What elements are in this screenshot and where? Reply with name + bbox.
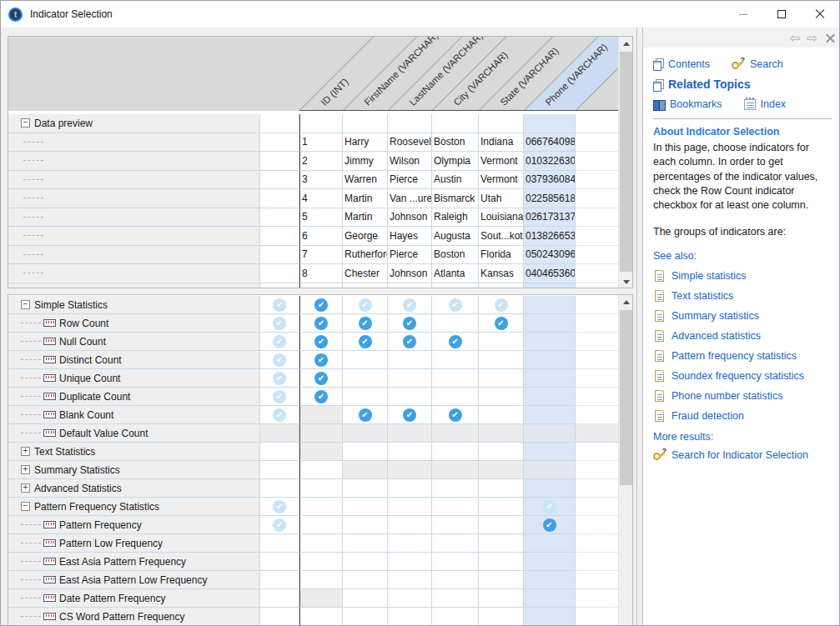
indicator-checkbox-cell[interactable]	[479, 608, 524, 626]
indicator-checkbox-cell[interactable]	[479, 406, 524, 424]
see-also-link[interactable]: See also:	[653, 250, 697, 262]
indicator-checkbox-cell[interactable]	[479, 369, 524, 388]
indicator-checkbox-cell[interactable]	[343, 443, 388, 461]
indicator-row-label[interactable]: Row Count	[8, 314, 260, 333]
indicator-checkbox-cell[interactable]	[260, 424, 299, 443]
indicator-checkbox-cell[interactable]	[524, 351, 576, 369]
restore-view-icon[interactable]	[826, 33, 835, 43]
see-also-item[interactable]: Fraud detection	[653, 409, 832, 423]
index-link[interactable]: Index	[761, 98, 787, 110]
more-results-link[interactable]: More results:	[653, 431, 713, 443]
indicator-checkbox-cell[interactable]	[388, 443, 432, 461]
indicator-checkbox-cell[interactable]	[299, 553, 343, 571]
indicator-checkbox-cell[interactable]	[260, 608, 299, 626]
indicator-checkbox-cell[interactable]	[343, 314, 388, 333]
indicator-scrollbar[interactable]	[618, 295, 632, 626]
column-header-id[interactable]: ID (INT)	[319, 77, 350, 108]
indicator-checkbox-cell[interactable]	[432, 553, 479, 571]
indicator-checkbox-cell[interactable]	[432, 516, 479, 534]
indicator-checkbox-cell[interactable]	[299, 406, 343, 424]
indicator-checkbox-cell[interactable]	[343, 516, 388, 534]
indicator-checkbox-cell[interactable]	[479, 333, 524, 351]
indicator-checkbox-cell[interactable]	[479, 461, 524, 479]
indicator-checkbox-cell[interactable]	[479, 498, 524, 516]
indicator-checkbox-cell[interactable]	[524, 461, 576, 479]
indicator-checkbox-cell[interactable]	[432, 571, 479, 589]
see-also-topic-link[interactable]: Advanced statistics	[671, 330, 761, 342]
indicator-checkbox-cell[interactable]	[388, 461, 432, 479]
indicator-checkbox-cell[interactable]	[343, 406, 388, 424]
indicator-checkbox-cell[interactable]	[479, 388, 524, 406]
indicator-checkbox-cell[interactable]	[343, 388, 388, 406]
search-indicator-selection-link[interactable]: Search for Indicator Selection	[671, 449, 808, 461]
indicator-checkbox-cell[interactable]	[388, 516, 432, 534]
indicator-checkbox-cell[interactable]	[479, 534, 524, 553]
collapse-expander-icon[interactable]: −	[21, 300, 30, 309]
indicator-checkbox-cell[interactable]	[524, 369, 576, 388]
indicator-checkbox-cell[interactable]	[260, 369, 299, 388]
indicator-checkbox-cell[interactable]	[432, 333, 479, 351]
indicator-checkbox-cell[interactable]	[343, 333, 388, 351]
indicator-checkbox-cell[interactable]	[343, 479, 388, 498]
bookmarks-link[interactable]: Bookmarks	[670, 98, 722, 110]
indicator-checkbox-cell[interactable]	[299, 369, 343, 388]
indicator-checkbox-cell[interactable]	[343, 553, 388, 571]
indicator-checkbox-cell[interactable]	[260, 553, 299, 571]
related-topics-link[interactable]: Related Topics	[668, 78, 751, 91]
indicator-checkbox-cell[interactable]	[388, 553, 432, 571]
back-icon[interactable]: ⇦	[790, 32, 801, 44]
collapse-expander-icon[interactable]: −	[21, 118, 30, 128]
indicator-checkbox-cell[interactable]	[388, 388, 432, 406]
indicator-checkbox-cell[interactable]	[479, 424, 524, 443]
indicator-checkbox-cell[interactable]	[299, 443, 343, 461]
indicator-row-label[interactable]: East Asia Pattern Frequency	[8, 553, 260, 571]
see-also-topic-link[interactable]: Fraud detection	[671, 410, 744, 422]
indicator-row-label[interactable]: Distinct Count	[8, 351, 260, 369]
indicator-checkbox-cell[interactable]	[432, 296, 479, 314]
data-preview-tree-label[interactable]: −Data preview	[8, 114, 260, 133]
indicator-checkbox-cell[interactable]	[299, 424, 343, 443]
indicator-checkbox-cell[interactable]	[260, 388, 299, 406]
indicator-row-label[interactable]: Date Pattern Frequency	[8, 589, 260, 608]
indicator-checkbox-cell[interactable]	[388, 424, 432, 443]
indicator-row-label[interactable]: +Advanced Statistics	[8, 479, 260, 498]
expand-expander-icon[interactable]: +	[21, 483, 30, 493]
see-also-topic-link[interactable]: Phone number statistics	[671, 390, 782, 402]
indicator-checkbox-cell[interactable]	[432, 424, 479, 443]
scroll-up-button[interactable]	[619, 295, 633, 309]
indicator-checkbox-cell[interactable]	[524, 571, 576, 589]
indicator-checkbox-cell[interactable]	[479, 296, 524, 314]
expand-expander-icon[interactable]: +	[21, 447, 30, 456]
indicator-checkbox-cell[interactable]	[299, 534, 343, 553]
preview-scrollbar[interactable]	[618, 37, 632, 288]
see-also-topic-link[interactable]: Soundex frequency statistics	[671, 370, 804, 382]
search-link[interactable]: Search	[750, 58, 783, 70]
indicator-checkbox-cell[interactable]	[260, 406, 299, 424]
indicator-checkbox-cell[interactable]	[299, 571, 343, 589]
indicator-checkbox-cell[interactable]	[299, 333, 343, 351]
indicator-checkbox-cell[interactable]	[260, 461, 299, 479]
indicator-checkbox-cell[interactable]	[299, 351, 343, 369]
indicator-checkbox-cell[interactable]	[524, 608, 576, 626]
minimize-button[interactable]	[724, 1, 762, 28]
indicator-checkbox-cell[interactable]	[388, 608, 432, 626]
see-also-item[interactable]: Simple statistics	[653, 269, 832, 283]
indicator-checkbox-cell[interactable]	[388, 534, 432, 553]
indicator-checkbox-cell[interactable]	[260, 351, 299, 369]
indicator-checkbox-cell[interactable]	[260, 479, 299, 498]
see-also-item[interactable]: Pattern frequency statistics	[653, 349, 832, 363]
indicator-row-label[interactable]: Blank Count	[8, 406, 260, 424]
indicator-checkbox-cell[interactable]	[524, 296, 576, 314]
indicator-checkbox-cell[interactable]	[432, 351, 479, 369]
indicator-checkbox-cell[interactable]	[343, 608, 388, 626]
indicator-checkbox-cell[interactable]	[260, 516, 299, 534]
indicator-checkbox-cell[interactable]	[432, 388, 479, 406]
close-button[interactable]	[801, 1, 839, 28]
indicator-checkbox-cell[interactable]	[343, 498, 388, 516]
indicator-checkbox-cell[interactable]	[343, 369, 388, 388]
indicator-checkbox-cell[interactable]	[432, 461, 479, 479]
indicator-checkbox-cell[interactable]	[432, 369, 479, 388]
indicator-checkbox-cell[interactable]	[343, 589, 388, 608]
indicator-checkbox-cell[interactable]	[388, 333, 432, 351]
indicator-checkbox-cell[interactable]	[432, 608, 479, 626]
